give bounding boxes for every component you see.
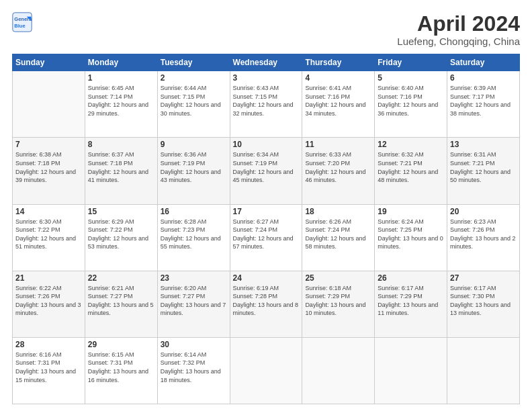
calendar-cell: 9Sunrise: 6:36 AMSunset: 7:19 PMDaylight… <box>157 138 230 204</box>
day-info: Sunrise: 6:17 AMSunset: 7:29 PMDaylight:… <box>378 284 444 318</box>
calendar-week-row: 7Sunrise: 6:38 AMSunset: 7:18 PMDaylight… <box>13 138 520 204</box>
calendar-cell: 14Sunrise: 6:30 AMSunset: 7:22 PMDayligh… <box>13 204 85 271</box>
day-number: 23 <box>161 273 227 283</box>
weekday-header-friday: Friday <box>375 54 447 71</box>
day-info: Sunrise: 6:20 AMSunset: 7:27 PMDaylight:… <box>161 284 227 318</box>
day-info: Sunrise: 6:19 AMSunset: 7:28 PMDaylight:… <box>233 284 300 318</box>
day-number: 5 <box>378 73 444 83</box>
calendar-cell <box>13 71 85 138</box>
day-info: Sunrise: 6:30 AMSunset: 7:22 PMDaylight:… <box>15 218 82 251</box>
day-info: Sunrise: 6:15 AMSunset: 7:31 PMDaylight:… <box>88 351 154 384</box>
day-number: 25 <box>305 273 371 283</box>
weekday-header-saturday: Saturday <box>447 54 520 71</box>
day-number: 9 <box>161 140 227 149</box>
day-number: 7 <box>15 140 82 149</box>
day-info: Sunrise: 6:43 AMSunset: 7:15 PMDaylight:… <box>233 84 300 118</box>
calendar-week-row: 21Sunrise: 6:22 AMSunset: 7:26 PMDayligh… <box>13 271 520 337</box>
day-info: Sunrise: 6:38 AMSunset: 7:18 PMDaylight:… <box>15 150 82 184</box>
calendar-cell <box>302 337 375 404</box>
day-number: 29 <box>88 340 154 349</box>
day-info: Sunrise: 6:29 AMSunset: 7:22 PMDaylight:… <box>88 218 154 251</box>
day-number: 8 <box>88 140 154 149</box>
calendar-cell: 2Sunrise: 6:44 AMSunset: 7:15 PMDaylight… <box>157 71 230 138</box>
calendar-cell: 5Sunrise: 6:40 AMSunset: 7:16 PMDaylight… <box>375 71 447 138</box>
calendar-cell: 27Sunrise: 6:17 AMSunset: 7:30 PMDayligh… <box>447 271 520 337</box>
calendar-cell: 3Sunrise: 6:43 AMSunset: 7:15 PMDaylight… <box>230 71 302 138</box>
calendar-cell: 1Sunrise: 6:45 AMSunset: 7:14 PMDaylight… <box>85 71 157 138</box>
weekday-header-thursday: Thursday <box>302 54 375 71</box>
weekday-header-row: SundayMondayTuesdayWednesdayThursdayFrid… <box>13 54 520 71</box>
weekday-header-monday: Monday <box>85 54 157 71</box>
day-number: 17 <box>233 207 300 216</box>
day-info: Sunrise: 6:28 AMSunset: 7:23 PMDaylight:… <box>161 218 227 251</box>
calendar-cell <box>375 337 447 404</box>
day-number: 27 <box>450 273 517 283</box>
day-info: Sunrise: 6:21 AMSunset: 7:27 PMDaylight:… <box>88 284 154 318</box>
day-number: 16 <box>161 207 227 216</box>
day-number: 18 <box>305 207 371 216</box>
weekday-header-wednesday: Wednesday <box>230 54 302 71</box>
day-info: Sunrise: 6:34 AMSunset: 7:19 PMDaylight:… <box>233 150 300 184</box>
calendar-cell: 20Sunrise: 6:23 AMSunset: 7:26 PMDayligh… <box>447 204 520 271</box>
day-info: Sunrise: 6:31 AMSunset: 7:21 PMDaylight:… <box>450 150 517 184</box>
calendar-cell: 13Sunrise: 6:31 AMSunset: 7:21 PMDayligh… <box>447 138 520 204</box>
day-info: Sunrise: 6:27 AMSunset: 7:24 PMDaylight:… <box>233 218 300 251</box>
calendar-cell <box>447 337 520 404</box>
day-info: Sunrise: 6:32 AMSunset: 7:21 PMDaylight:… <box>378 150 444 184</box>
calendar-cell: 15Sunrise: 6:29 AMSunset: 7:22 PMDayligh… <box>85 204 157 271</box>
day-number: 28 <box>15 340 82 349</box>
calendar-cell: 21Sunrise: 6:22 AMSunset: 7:26 PMDayligh… <box>13 271 85 337</box>
day-number: 12 <box>378 140 444 149</box>
calendar-cell: 26Sunrise: 6:17 AMSunset: 7:29 PMDayligh… <box>375 271 447 337</box>
day-number: 13 <box>450 140 517 149</box>
month-title: April 2024 <box>397 12 520 36</box>
calendar-cell: 7Sunrise: 6:38 AMSunset: 7:18 PMDaylight… <box>13 138 85 204</box>
calendar-cell: 28Sunrise: 6:16 AMSunset: 7:31 PMDayligh… <box>13 337 85 404</box>
location-title: Luefeng, Chongqing, China <box>397 36 520 47</box>
day-number: 11 <box>305 140 371 149</box>
header: General Blue April 2024 Luefeng, Chongqi… <box>12 12 520 47</box>
logo: General Blue <box>12 12 32 32</box>
day-number: 3 <box>233 73 300 83</box>
day-number: 2 <box>161 73 227 83</box>
calendar-cell: 4Sunrise: 6:41 AMSunset: 7:16 PMDaylight… <box>302 71 375 138</box>
calendar-cell: 23Sunrise: 6:20 AMSunset: 7:27 PMDayligh… <box>157 271 230 337</box>
calendar-cell: 18Sunrise: 6:26 AMSunset: 7:24 PMDayligh… <box>302 204 375 271</box>
weekday-header-tuesday: Tuesday <box>157 54 230 71</box>
day-number: 1 <box>88 73 154 83</box>
day-number: 24 <box>233 273 300 283</box>
calendar-table: SundayMondayTuesdayWednesdayThursdayFrid… <box>12 54 520 404</box>
day-info: Sunrise: 6:24 AMSunset: 7:25 PMDaylight:… <box>378 218 444 251</box>
calendar-cell <box>230 337 302 404</box>
calendar-cell: 16Sunrise: 6:28 AMSunset: 7:23 PMDayligh… <box>157 204 230 271</box>
day-info: Sunrise: 6:18 AMSunset: 7:29 PMDaylight:… <box>305 284 371 318</box>
day-info: Sunrise: 6:41 AMSunset: 7:16 PMDaylight:… <box>305 84 371 118</box>
day-info: Sunrise: 6:23 AMSunset: 7:26 PMDaylight:… <box>450 218 517 251</box>
calendar-cell: 30Sunrise: 6:14 AMSunset: 7:32 PMDayligh… <box>157 337 230 404</box>
logo-icon: General Blue <box>12 12 32 32</box>
calendar-cell: 25Sunrise: 6:18 AMSunset: 7:29 PMDayligh… <box>302 271 375 337</box>
day-number: 15 <box>88 207 154 216</box>
day-number: 21 <box>15 273 82 283</box>
day-number: 26 <box>378 273 444 283</box>
calendar-cell: 10Sunrise: 6:34 AMSunset: 7:19 PMDayligh… <box>230 138 302 204</box>
calendar-week-row: 14Sunrise: 6:30 AMSunset: 7:22 PMDayligh… <box>13 204 520 271</box>
calendar-cell: 19Sunrise: 6:24 AMSunset: 7:25 PMDayligh… <box>375 204 447 271</box>
day-info: Sunrise: 6:16 AMSunset: 7:31 PMDaylight:… <box>15 351 82 384</box>
day-number: 4 <box>305 73 371 83</box>
day-number: 30 <box>161 340 227 349</box>
calendar-cell: 12Sunrise: 6:32 AMSunset: 7:21 PMDayligh… <box>375 138 447 204</box>
title-block: April 2024 Luefeng, Chongqing, China <box>397 12 520 47</box>
calendar-cell: 8Sunrise: 6:37 AMSunset: 7:18 PMDaylight… <box>85 138 157 204</box>
day-info: Sunrise: 6:22 AMSunset: 7:26 PMDaylight:… <box>15 284 82 318</box>
day-number: 22 <box>88 273 154 283</box>
calendar-cell: 6Sunrise: 6:39 AMSunset: 7:17 PMDaylight… <box>447 71 520 138</box>
day-number: 20 <box>450 207 517 216</box>
calendar-week-row: 28Sunrise: 6:16 AMSunset: 7:31 PMDayligh… <box>13 337 520 404</box>
day-info: Sunrise: 6:14 AMSunset: 7:32 PMDaylight:… <box>161 351 227 384</box>
calendar-cell: 17Sunrise: 6:27 AMSunset: 7:24 PMDayligh… <box>230 204 302 271</box>
day-number: 6 <box>450 73 517 83</box>
day-number: 10 <box>233 140 300 149</box>
day-info: Sunrise: 6:44 AMSunset: 7:15 PMDaylight:… <box>161 84 227 118</box>
day-info: Sunrise: 6:26 AMSunset: 7:24 PMDaylight:… <box>305 218 371 251</box>
